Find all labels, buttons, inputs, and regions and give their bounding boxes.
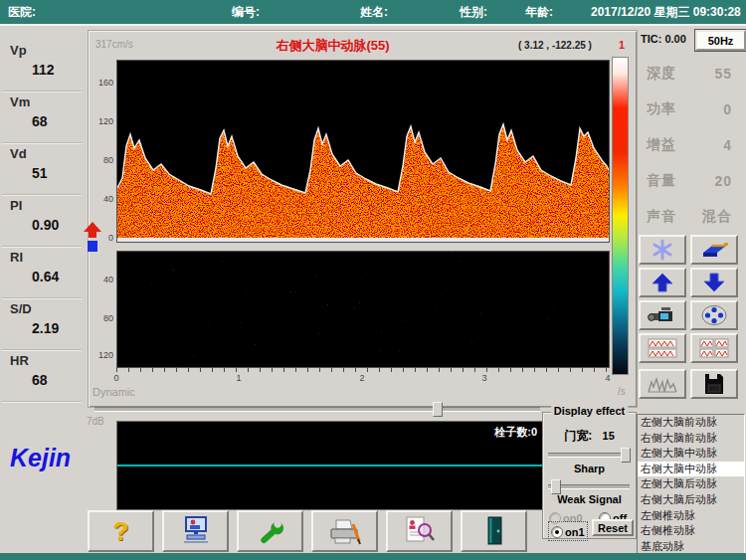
print-stamp-button[interactable] bbox=[690, 235, 738, 265]
param-value: 55 bbox=[714, 66, 732, 82]
spectrum-scrollbar[interactable] bbox=[94, 407, 540, 412]
param-label: 功率 bbox=[647, 100, 676, 118]
filter-frequency-label: 50Hz bbox=[708, 35, 734, 47]
record-video-button[interactable] bbox=[639, 300, 686, 330]
camera-icon bbox=[647, 304, 678, 326]
artery-list-item[interactable]: 左侧大脑中动脉 bbox=[638, 446, 744, 462]
up-arrow-icon bbox=[647, 272, 678, 293]
channel-number: 1 bbox=[619, 39, 625, 51]
param-row: 声音 混合 bbox=[641, 199, 740, 235]
measurement-cell: PI 0.90 bbox=[2, 195, 82, 247]
flow-direction-indicator bbox=[83, 221, 102, 255]
report-icon bbox=[401, 514, 439, 548]
x-axis-unit: /s bbox=[618, 386, 626, 397]
print-stamp-icon bbox=[698, 239, 730, 261]
artery-list-item[interactable]: 左侧大脑前动脉 bbox=[638, 415, 744, 431]
spectrum-wave-icon bbox=[647, 372, 678, 396]
brand-logo: Kejin bbox=[10, 444, 71, 472]
workstation-button[interactable] bbox=[162, 510, 229, 552]
artery-list-item[interactable]: 左侧大脑后动脉 bbox=[638, 476, 744, 492]
gate-width-slider[interactable] bbox=[548, 453, 630, 458]
radio-on1-label: on1 bbox=[565, 526, 585, 538]
param-label: 音量 bbox=[647, 172, 676, 190]
x-axis-tick-label: 2 bbox=[356, 373, 368, 383]
param-value: 20 bbox=[714, 173, 732, 189]
display-effect-group: Display effect 门宽: 15 Sharp Weak Signal … bbox=[542, 412, 637, 539]
y-axis-tick-label: 80 bbox=[90, 155, 113, 165]
artery-list-item[interactable]: 左侧椎动脉 bbox=[638, 508, 744, 524]
x-axis-tick-label: 3 bbox=[478, 373, 490, 383]
artery-list-item[interactable]: 右侧椎动脉 bbox=[638, 523, 744, 539]
artery-list-item[interactable]: 右侧大脑中动脉 bbox=[638, 462, 744, 477]
help-button[interactable]: ? bbox=[88, 510, 154, 552]
embolus-monitor-display[interactable]: 栓子数:0 bbox=[116, 421, 544, 510]
playback-button[interactable] bbox=[690, 300, 738, 330]
measurement-value: 51 bbox=[32, 165, 82, 181]
param-value: 0 bbox=[723, 101, 732, 117]
tcd-application-window: 医院: 编号: 姓名: 性别: 年龄: 2017/12/20 星期三 09:30… bbox=[0, 0, 746, 560]
y-axis-tick-label: 120 bbox=[90, 116, 113, 126]
param-row: 增益 4 bbox=[641, 127, 740, 163]
y-axis-labels: 160120804004080120 bbox=[90, 0, 113, 418]
report-button[interactable] bbox=[386, 510, 453, 552]
measurement-panel: Vp 112 Vm 68 Vd 51 PI 0.90 RI 0.64 S/D 2… bbox=[2, 40, 84, 402]
reset-button[interactable]: Reset bbox=[592, 519, 634, 536]
gate-width-slider-thumb[interactable] bbox=[621, 448, 631, 463]
embolus-threshold-line bbox=[117, 465, 543, 467]
down-marker-blue-icon bbox=[88, 241, 97, 252]
param-row: 音量 20 bbox=[641, 163, 740, 199]
measurement-label: S/D bbox=[10, 301, 82, 316]
measurement-cell: Vd 51 bbox=[2, 143, 82, 195]
param-label: 深度 bbox=[647, 65, 676, 83]
radio-on1-group[interactable]: on1 bbox=[549, 522, 587, 540]
computer-icon bbox=[178, 514, 214, 548]
up-arrow-red-icon bbox=[84, 222, 101, 238]
filter-frequency-button[interactable]: 50Hz bbox=[695, 30, 746, 51]
help-icon: ? bbox=[113, 516, 129, 547]
param-row: 功率 0 bbox=[641, 92, 740, 127]
measurement-value: 0.90 bbox=[32, 217, 82, 233]
measurement-label: Vp bbox=[10, 43, 82, 58]
gate-width-value: 15 bbox=[603, 430, 615, 442]
artery-list-item[interactable]: 右侧大脑后动脉 bbox=[638, 492, 744, 508]
artery-list-item[interactable]: 基底动脉 bbox=[638, 539, 744, 555]
measurement-label: PI bbox=[10, 198, 82, 213]
printer-icon bbox=[326, 514, 364, 548]
gender-label: 性别: bbox=[460, 4, 487, 21]
y-axis-tick-label: 40 bbox=[90, 275, 113, 284]
cursor-position-readout: ( 3.12 , -122.25 ) bbox=[518, 40, 592, 51]
sharp-slider[interactable] bbox=[548, 484, 630, 489]
dual-trace-button[interactable] bbox=[639, 333, 686, 363]
patient-id-label: 编号: bbox=[232, 4, 260, 21]
measurement-value: 112 bbox=[32, 62, 82, 78]
spectrum-mode-button[interactable] bbox=[639, 369, 686, 399]
bottom-border-strip bbox=[0, 553, 746, 560]
sharp-slider-thumb[interactable] bbox=[551, 479, 561, 494]
doppler-spectrum-display[interactable] bbox=[116, 60, 610, 243]
scale-up-button[interactable] bbox=[639, 268, 686, 297]
settings-button[interactable] bbox=[237, 510, 303, 552]
datetime-display: 2017/12/20 星期三 09:30:28 bbox=[591, 4, 741, 21]
quad-trace-button[interactable] bbox=[690, 333, 738, 363]
param-value: 混合 bbox=[702, 208, 732, 226]
exit-button[interactable] bbox=[461, 510, 527, 552]
artery-list-item[interactable]: 右侧大脑前动脉 bbox=[638, 431, 744, 447]
param-list: 深度 55 功率 0 增益 4 音量 20 声音 混合 bbox=[641, 56, 740, 235]
quad-trace-icon bbox=[698, 336, 730, 360]
patient-name-label: 姓名: bbox=[360, 4, 388, 21]
reverse-flow-display[interactable] bbox=[116, 251, 610, 368]
measurement-value: 0.64 bbox=[32, 269, 82, 284]
measurement-value: 68 bbox=[32, 113, 82, 129]
radio-on1[interactable] bbox=[551, 526, 563, 538]
hospital-label: 医院: bbox=[8, 4, 36, 21]
param-label: 声音 bbox=[647, 208, 676, 226]
print-button[interactable] bbox=[311, 510, 378, 552]
scale-down-button[interactable] bbox=[690, 268, 738, 297]
weak-signal-label: Weak Signal bbox=[543, 493, 636, 505]
tic-readout: TIC: 0.00 bbox=[641, 33, 686, 45]
scrollbar-thumb[interactable] bbox=[433, 402, 443, 417]
y-axis-tick-label: 40 bbox=[90, 194, 113, 204]
save-button[interactable] bbox=[690, 369, 738, 399]
measurement-label: Vm bbox=[10, 94, 82, 109]
freeze-button[interactable] bbox=[639, 235, 686, 265]
